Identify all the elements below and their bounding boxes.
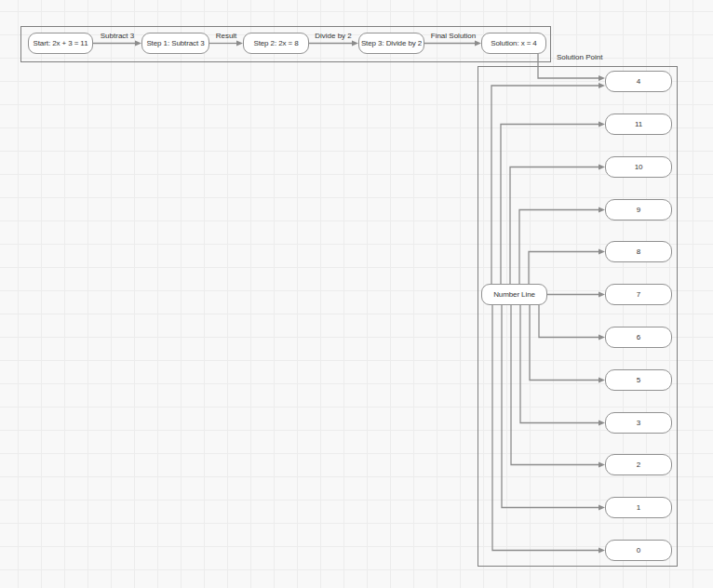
- edge-label-divide-by-2: Divide by 2: [315, 32, 352, 40]
- node-value-4[interactable]: 4: [605, 71, 672, 92]
- edge-hub-10: [510, 167, 600, 285]
- edge-hub-11: [501, 125, 600, 285]
- edge-hub-2: [511, 305, 600, 465]
- node-number-line-hub[interactable]: Number Line: [481, 284, 547, 305]
- node-value-0[interactable]: 0: [605, 540, 672, 561]
- node-value-8[interactable]: 8: [605, 241, 672, 262]
- edge-hub-6: [539, 305, 600, 338]
- edge-hub-0: [492, 305, 600, 551]
- node-solution[interactable]: Solution: x = 4: [481, 33, 546, 54]
- node-value-1[interactable]: 1: [605, 497, 672, 518]
- edge-hub-4: [491, 86, 600, 284]
- node-value-2[interactable]: 2: [605, 454, 672, 475]
- node-value-7[interactable]: 7: [605, 284, 672, 305]
- node-value-5[interactable]: 5: [605, 369, 672, 391]
- edge-hub-1: [502, 305, 600, 508]
- node-value-9[interactable]: 9: [605, 199, 672, 220]
- node-step1[interactable]: Step 1: Subtract 3: [141, 33, 209, 54]
- edge-hub-3: [520, 305, 600, 423]
- edge-hub-5: [530, 305, 600, 381]
- edge-label-solution-point: Solution Point: [557, 53, 602, 61]
- edge-label-result: Result: [216, 32, 237, 40]
- diagram-canvas[interactable]: Start: 2x + 3 = 11 Step 1: Subtract 3 St…: [0, 0, 713, 588]
- node-value-3[interactable]: 3: [605, 412, 672, 434]
- edge-hub-9: [519, 210, 600, 285]
- node-step3[interactable]: Step 3: Divide by 2: [358, 33, 424, 54]
- node-value-10[interactable]: 10: [605, 156, 672, 178]
- edge-hub-8: [529, 252, 600, 285]
- node-step2[interactable]: Step 2: 2x = 8: [243, 33, 309, 54]
- edge-label-final-solution: Final Solution: [431, 32, 476, 40]
- node-value-11[interactable]: 11: [605, 114, 672, 135]
- edge-label-subtract-3: Subtract 3: [101, 32, 134, 40]
- node-start[interactable]: Start: 2x + 3 = 11: [28, 33, 93, 54]
- node-value-6[interactable]: 6: [605, 327, 672, 348]
